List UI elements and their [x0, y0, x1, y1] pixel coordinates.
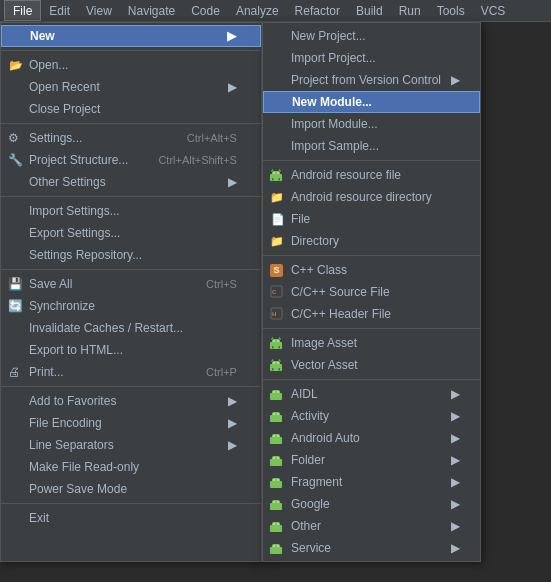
android-icon [269, 387, 283, 401]
cpp-source-file[interactable]: C C/C++ Source File [263, 281, 480, 303]
project-from-vcs[interactable]: Project from Version Control ▶ [263, 69, 480, 91]
menubar-code[interactable]: Code [183, 0, 228, 21]
shortcut-label: Ctrl+S [176, 278, 237, 290]
android-icon [269, 519, 283, 533]
separator [1, 50, 261, 51]
file-menu-close-project[interactable]: Close Project [1, 98, 261, 120]
menubar-vcs[interactable]: VCS [473, 0, 514, 21]
android-resource-dir[interactable]: 📁 Android resource directory [263, 186, 480, 208]
menubar-file[interactable]: File [4, 0, 41, 21]
menubar-analyze[interactable]: Analyze [228, 0, 287, 21]
new-project[interactable]: New Project... [263, 25, 480, 47]
file-menu-print[interactable]: 🖨 Print... Ctrl+P [1, 361, 261, 383]
activity[interactable]: Activity ▶ [263, 405, 480, 427]
file-menu-export-settings[interactable]: Export Settings... [1, 222, 261, 244]
file-menu-file-encoding[interactable]: File Encoding ▶ [1, 412, 261, 434]
fragment[interactable]: Fragment ▶ [263, 471, 480, 493]
file-menu-settings[interactable]: ⚙ Settings... Ctrl+Alt+S [1, 127, 261, 149]
arrow-icon: ▶ [441, 431, 460, 445]
menubar-view[interactable]: View [78, 0, 120, 21]
new-folder[interactable]: Folder ▶ [263, 449, 480, 471]
svg-rect-33 [272, 412, 280, 417]
menubar-run[interactable]: Run [391, 0, 429, 21]
svg-point-51 [277, 501, 279, 503]
android-icon [269, 475, 283, 489]
file-menu-other-settings[interactable]: Other Settings ▶ [1, 171, 261, 193]
android-icon [269, 358, 283, 372]
arrow-icon: ▶ [441, 73, 460, 87]
menubar-refactor[interactable]: Refactor [287, 0, 348, 21]
svg-rect-27 [278, 368, 280, 371]
arrow-icon: ▶ [441, 519, 460, 533]
file-menu-open[interactable]: 📂 Open... [1, 54, 261, 76]
file-icon: 📄 [271, 213, 285, 226]
aidl[interactable]: AIDL ▶ [263, 383, 480, 405]
arrow-icon: ▶ [441, 475, 460, 489]
svg-point-39 [277, 435, 279, 437]
gear-icon: ⚙ [8, 131, 19, 145]
import-module[interactable]: Import Module... [263, 113, 480, 135]
svg-point-24 [273, 362, 275, 364]
file-menu-add-favorites[interactable]: Add to Favorites ▶ [1, 390, 261, 412]
arrow-icon: ▶ [218, 416, 237, 430]
arrow-icon: ▶ [218, 175, 237, 189]
cpp-source-icon: C [270, 285, 283, 300]
other[interactable]: Other ▶ [263, 515, 480, 537]
dropdown-overlay: New ▶ 📂 Open... Open Recent ▶ Close Proj… [0, 22, 481, 562]
file-menu-make-readonly[interactable]: Make File Read-only [1, 456, 261, 478]
image-asset[interactable]: Image Asset [263, 332, 480, 354]
separator [263, 328, 480, 329]
file-menu-settings-repo[interactable]: Settings Repository... [1, 244, 261, 266]
file-menu-exit[interactable]: Exit [1, 507, 261, 529]
svg-rect-45 [272, 478, 280, 483]
file-menu-save-all[interactable]: 💾 Save All Ctrl+S [1, 273, 261, 295]
menubar-tools[interactable]: Tools [429, 0, 473, 21]
android-icon [269, 541, 283, 555]
import-project[interactable]: Import Project... [263, 47, 480, 69]
svg-line-22 [271, 360, 273, 362]
separator [1, 196, 261, 197]
android-icon [269, 453, 283, 467]
svg-point-5 [277, 172, 279, 174]
new-module[interactable]: New Module... [263, 91, 480, 113]
menubar-build[interactable]: Build [348, 0, 391, 21]
android-auto[interactable]: Android Auto ▶ [263, 427, 480, 449]
file-menu-power-save[interactable]: Power Save Mode [1, 478, 261, 500]
import-sample[interactable]: Import Sample... [263, 135, 480, 157]
new-file[interactable]: 📄 File [263, 208, 480, 230]
google[interactable]: Google ▶ [263, 493, 480, 515]
file-menu-import-settings[interactable]: Import Settings... [1, 200, 261, 222]
separator [1, 503, 261, 504]
cpp-header-icon: H [270, 307, 283, 322]
svg-rect-19 [278, 346, 280, 349]
arrow-icon: ▶ [441, 497, 460, 511]
menubar-navigate[interactable]: Navigate [120, 0, 183, 21]
svg-point-54 [273, 523, 275, 525]
menubar: File Edit View Navigate Code Analyze Ref… [0, 0, 551, 22]
file-menu-project-structure[interactable]: 🔧 Project Structure... Ctrl+Alt+Shift+S [1, 149, 261, 171]
new-submenu-panel: New Project... Import Project... Project… [262, 22, 481, 562]
new-directory[interactable]: 📁 Directory [263, 230, 480, 252]
service[interactable]: Service ▶ [263, 537, 480, 559]
vector-asset[interactable]: Vector Asset [263, 354, 480, 376]
svg-line-23 [279, 360, 281, 362]
svg-point-35 [277, 413, 279, 415]
separator [1, 386, 261, 387]
file-menu-open-recent[interactable]: Open Recent ▶ [1, 76, 261, 98]
arrow-icon: ▶ [217, 29, 236, 43]
print-icon: 🖨 [8, 365, 20, 379]
svg-rect-57 [272, 544, 280, 549]
cpp-class[interactable]: S C++ Class [263, 259, 480, 281]
file-menu-export-html[interactable]: Export to HTML... [1, 339, 261, 361]
cpp-header-file[interactable]: H C/C++ Header File [263, 303, 480, 325]
svg-point-25 [277, 362, 279, 364]
menubar-edit[interactable]: Edit [41, 0, 78, 21]
s-badge-icon: S [270, 264, 283, 277]
separator [1, 123, 261, 124]
file-menu-new[interactable]: New ▶ [1, 25, 261, 47]
file-menu-invalidate[interactable]: Invalidate Caches / Restart... [1, 317, 261, 339]
file-menu-line-separators[interactable]: Line Separators ▶ [1, 434, 261, 456]
file-menu-synchronize[interactable]: 🔄 Synchronize [1, 295, 261, 317]
svg-line-3 [279, 170, 281, 172]
android-resource-file[interactable]: Android resource file [263, 164, 480, 186]
